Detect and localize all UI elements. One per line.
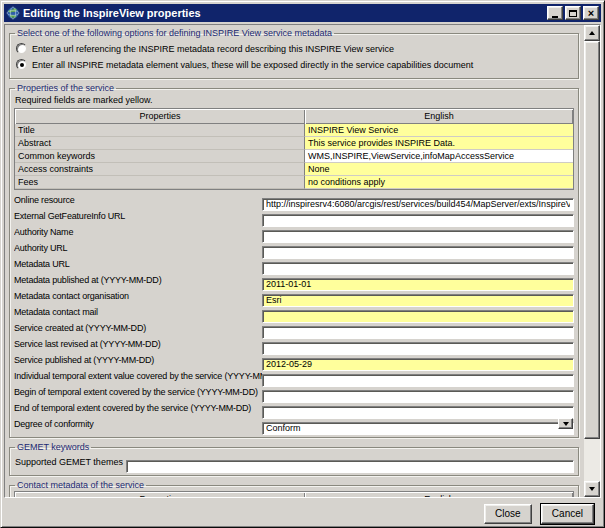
contact-group-title: Contact metadata of the service	[15, 480, 146, 491]
property-label: Fees	[15, 176, 305, 189]
property-value-cell[interactable]: no conditions apply	[305, 176, 573, 189]
dropdown-arrow-button[interactable]	[558, 418, 573, 429]
button-bar: Close Cancel	[4, 498, 601, 526]
table-row: Abstract This service provides INSPIRE D…	[15, 137, 573, 150]
gemet-themes-label: Supported GEMET themes	[15, 457, 123, 467]
field-row: Service created at (YYYY-MM-DD)	[14, 321, 574, 334]
field-row: Authority Name	[14, 225, 574, 238]
table-header-row: Properties English	[15, 492, 573, 497]
field-label: Online resource	[14, 195, 262, 205]
cancel-button[interactable]: Cancel	[541, 504, 594, 524]
field-row: Service last revised at (YYYY-MM-DD)	[14, 337, 574, 350]
radio-option-label: Enter all INSPIRE metadata element value…	[32, 60, 473, 70]
table-row: Fees no conditions apply	[15, 176, 573, 189]
property-value-cell[interactable]: WMS,INSPIRE,ViewService,infoMapAccessSer…	[305, 150, 573, 163]
radio-option-label: Enter a url referencing the INSPIRE meta…	[32, 44, 394, 54]
scroll-viewport: Select one of the following options for …	[4, 24, 601, 498]
table-header-row: Properties English	[15, 109, 573, 124]
radio-option[interactable]: Enter a url referencing the INSPIRE meta…	[16, 42, 574, 55]
table-row: Title INSPIRE View Service	[15, 124, 573, 137]
field-label: Metadata contact mail	[14, 307, 262, 317]
field-label: Service last revised at (YYYY-MM-DD)	[14, 339, 262, 349]
scrollbar-thumb[interactable]	[584, 41, 600, 439]
maximize-button[interactable]	[565, 6, 581, 20]
minimize-icon	[552, 16, 558, 18]
property-label: Title	[15, 124, 305, 137]
field-label: Metadata published at (YYYY-MM-DD)	[14, 275, 262, 285]
contact-group: Contact metadata of the service Properti…	[9, 480, 579, 497]
field-label: Service published at (YYYY-MM-DD)	[14, 355, 262, 365]
property-value-cell[interactable]: INSPIRE View Service	[305, 124, 573, 137]
minimize-button[interactable]	[547, 6, 563, 20]
options-group: Select one of the following options for …	[9, 28, 579, 79]
table-header-english: English	[305, 109, 573, 124]
arrow-down-icon	[589, 487, 595, 491]
maximize-icon	[569, 10, 577, 17]
field-label: Individual temporal extent value covered…	[14, 371, 262, 381]
close-button[interactable]: Close	[484, 504, 532, 524]
contact-table: Properties English Name [your name] Orga…	[14, 491, 574, 497]
field-row: External GetFeatureInfo URL	[14, 209, 574, 222]
gemet-group-title: GEMET keywords	[15, 442, 91, 453]
field-label: Service created at (YYYY-MM-DD)	[14, 323, 262, 333]
field-row: Metadata contact mail	[14, 305, 574, 318]
radio-icon[interactable]	[16, 43, 27, 54]
field-row: Begin of temporal extent covered by the …	[14, 385, 574, 398]
titlebar[interactable]: Editing the InspireView properties ×	[4, 4, 601, 22]
service-properties-table: Properties English Title INSPIRE View Se…	[14, 108, 574, 190]
gemet-group: GEMET keywords Supported GEMET themes	[9, 442, 579, 476]
field-row: Metadata contact organisation	[14, 289, 574, 302]
service-properties-group: Properties of the service Required field…	[9, 83, 579, 438]
close-window-button[interactable]: ×	[583, 6, 599, 20]
field-row: Degree of conformity	[14, 417, 574, 430]
field-label: Begin of temporal extent covered by the …	[14, 387, 262, 397]
window-title: Editing the InspireView properties	[23, 7, 544, 19]
app-globe-icon	[6, 6, 20, 20]
field-label: Metadata URL	[14, 259, 262, 269]
field-row: Metadata URL	[14, 257, 574, 270]
table-row: Common keywords WMS,INSPIRE,ViewService,…	[15, 150, 573, 163]
field-label: Degree of conformity	[14, 419, 262, 429]
field-row: Online resource	[14, 193, 574, 206]
property-value-cell[interactable]: This service provides INSPIRE Data.	[305, 137, 573, 150]
chevron-down-icon	[563, 422, 569, 426]
options-group-title: Select one of the following options for …	[15, 28, 334, 39]
field-row: Authority URL	[14, 241, 574, 254]
radio-option[interactable]: Enter all INSPIRE metadata element value…	[16, 58, 574, 71]
field-row: End of temporal extent covered by the se…	[14, 401, 574, 414]
table-header-properties: Properties	[15, 109, 305, 124]
field-combobox[interactable]	[262, 422, 574, 435]
field-row: Metadata published at (YYYY-MM-DD)	[14, 273, 574, 286]
close-icon: ×	[588, 8, 594, 18]
field-label: Metadata contact organisation	[14, 291, 262, 301]
field-label: External GetFeatureInfo URL	[14, 211, 262, 221]
property-label: Abstract	[15, 137, 305, 150]
table-header-english: English	[305, 492, 573, 497]
dialog-window: Editing the InspireView properties × Sel…	[0, 0, 605, 528]
property-value-cell[interactable]: None	[305, 163, 573, 176]
service-properties-group-title: Properties of the service	[15, 83, 116, 94]
field-label: Authority URL	[14, 243, 262, 253]
scroll-down-button[interactable]	[584, 481, 600, 497]
required-fields-note: Required fields are marked yellow.	[15, 95, 574, 105]
scroll-up-button[interactable]	[584, 25, 600, 41]
vertical-scrollbar[interactable]	[583, 25, 600, 497]
property-label: Common keywords	[15, 150, 305, 163]
table-header-properties: Properties	[15, 492, 305, 497]
arrow-up-icon	[589, 31, 595, 35]
property-label: Access constraints	[15, 163, 305, 176]
field-label: End of temporal extent covered by the se…	[14, 403, 262, 413]
gemet-themes-input[interactable]	[126, 460, 574, 473]
dialog-content: Select one of the following options for …	[5, 25, 583, 497]
field-label: Authority Name	[14, 227, 262, 237]
field-row: Individual temporal extent value covered…	[14, 369, 574, 382]
table-row: Access constraints None	[15, 163, 573, 176]
field-row: Service published at (YYYY-MM-DD)	[14, 353, 574, 366]
radio-icon[interactable]	[16, 59, 27, 70]
